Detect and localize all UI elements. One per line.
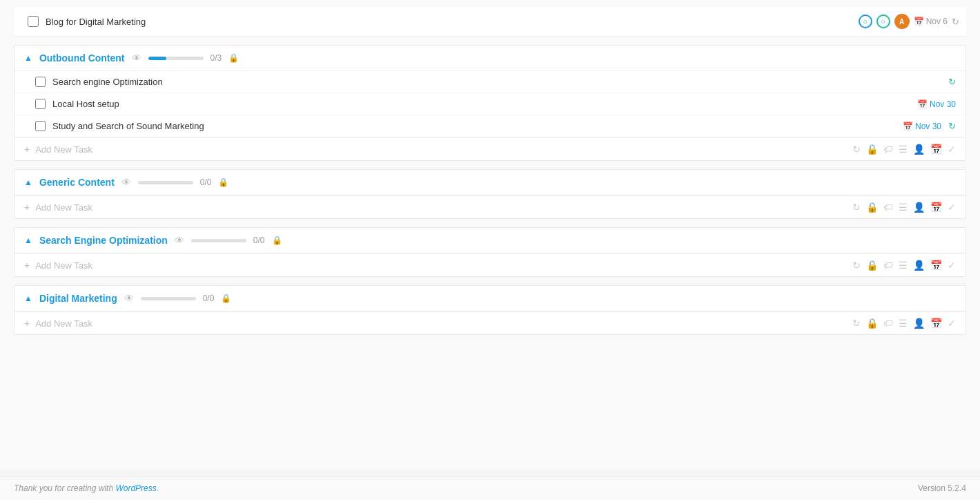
task-row-sound: Study and Search of Sound Marketing 📅 No… <box>14 115 966 137</box>
add-task-label-outbound: Add New Task <box>35 144 847 155</box>
circle-icon-2: ○ <box>876 15 890 28</box>
section-header-digital[interactable]: ▲ Digital Marketing 👁 0/0 🔒 <box>14 286 966 311</box>
footer: Thank you for creating with WordPress. V… <box>0 476 980 500</box>
action-refresh-outbound[interactable]: ↻ <box>852 144 861 155</box>
task-name-seo: Search engine Optimization <box>52 77 941 87</box>
task-checkbox-seo[interactable] <box>35 77 46 87</box>
add-plus-icon-generic: + <box>24 202 30 213</box>
add-task-label-digital: Add New Task <box>35 318 847 329</box>
progress-text-digital: 0/0 <box>203 294 215 303</box>
add-plus-icon-outbound: + <box>24 144 30 155</box>
toggle-search[interactable]: ▲ <box>24 235 32 245</box>
top-task-checkbox[interactable] <box>28 16 39 27</box>
progress-bar-generic <box>138 181 193 184</box>
action-person-generic[interactable]: 👤 <box>913 202 925 213</box>
action-list-outbound[interactable]: ☰ <box>899 144 908 155</box>
action-person-search[interactable]: 👤 <box>913 260 925 271</box>
top-task-name: Blog for Digital Marketing <box>46 17 852 27</box>
action-calendar-generic[interactable]: 📅 <box>930 202 942 213</box>
eye-icon-generic[interactable]: 👁 <box>121 177 131 188</box>
date-localhost: 📅 Nov 30 <box>917 99 956 109</box>
avatar-icon: A <box>894 14 910 29</box>
action-tag-outbound[interactable]: 🏷 <box>883 144 893 155</box>
add-task-row-search[interactable]: + Add New Task ↻ 🔒 🏷 ☰ 👤 📅 ✓ <box>14 253 966 276</box>
progress-bar-search <box>191 239 246 242</box>
add-task-row-digital[interactable]: + Add New Task ↻ 🔒 🏷 ☰ 👤 📅 ✓ <box>14 311 966 334</box>
section-outbound-content: ▲ Outbound Content 👁 0/3 🔒 Search engine… <box>14 45 966 161</box>
progress-text-generic: 0/0 <box>200 177 212 187</box>
add-task-row-outbound[interactable]: + Add New Task ↻ 🔒 🏷 ☰ 👤 📅 ✓ <box>14 137 966 160</box>
cal-icon-localhost: 📅 <box>917 99 928 109</box>
action-calendar-search[interactable]: 📅 <box>930 260 942 271</box>
cal-icon-sound: 📅 <box>903 122 913 131</box>
task-row-localhost: Local Host setup 📅 Nov 30 <box>14 93 966 115</box>
section-header-generic[interactable]: ▲ Generic Content 👁 0/0 🔒 <box>14 170 966 195</box>
eye-icon-outbound[interactable]: 👁 <box>132 52 141 64</box>
refresh-icon-seo[interactable]: ↻ <box>948 77 956 87</box>
section-search-engine: ▲ Search Engine Optimization 👁 0/0 🔒 + A… <box>14 227 966 277</box>
progress-fill-outbound <box>148 57 166 60</box>
refresh-icon-top[interactable]: ↻ <box>952 17 959 27</box>
top-task-row: Blog for Digital Marketing ○ ○ A 📅 Nov 6… <box>14 7 966 37</box>
action-person-outbound[interactable]: 👤 <box>913 144 925 155</box>
lock-icon-generic[interactable]: 🔒 <box>218 177 228 187</box>
action-list-generic[interactable]: ☰ <box>899 202 908 213</box>
toggle-digital[interactable]: ▲ <box>24 294 32 303</box>
top-task-date: 📅 Nov 6 <box>914 17 948 26</box>
action-lock-search[interactable]: 🔒 <box>866 260 878 271</box>
action-tag-generic[interactable]: 🏷 <box>883 202 893 213</box>
toggle-generic[interactable]: ▲ <box>24 177 32 187</box>
section-header-search[interactable]: ▲ Search Engine Optimization 👁 0/0 🔒 <box>14 228 966 253</box>
top-task-icons: ○ ○ A 📅 Nov 6 ↻ <box>859 14 959 29</box>
add-plus-icon-search: + <box>24 260 30 271</box>
action-lock-generic[interactable]: 🔒 <box>866 202 878 213</box>
progress-text-outbound: 0/3 <box>210 53 222 63</box>
add-plus-icon-digital: + <box>24 318 30 329</box>
add-task-row-generic[interactable]: + Add New Task ↻ 🔒 🏷 ☰ 👤 📅 ✓ <box>14 195 966 218</box>
action-calendar-outbound[interactable]: 📅 <box>930 144 942 155</box>
section-header-outbound[interactable]: ▲ Outbound Content 👁 0/3 🔒 <box>14 46 966 71</box>
progress-bar-outbound <box>148 57 204 60</box>
action-lock-digital[interactable]: 🔒 <box>866 318 878 329</box>
action-check-digital[interactable]: ✓ <box>948 318 956 329</box>
action-calendar-digital[interactable]: 📅 <box>930 318 942 329</box>
calendar-icon-top: 📅 <box>914 17 924 26</box>
task-checkbox-sound[interactable] <box>35 121 46 131</box>
section-digital-marketing: ▲ Digital Marketing 👁 0/0 🔒 + Add New Ta… <box>14 285 966 335</box>
add-task-actions-generic: ↻ 🔒 🏷 ☰ 👤 📅 ✓ <box>852 202 956 213</box>
footer-left: Thank you for creating with WordPress. <box>14 483 159 493</box>
action-tag-digital[interactable]: 🏷 <box>883 318 893 329</box>
action-lock-outbound[interactable]: 🔒 <box>866 144 878 155</box>
action-check-outbound[interactable]: ✓ <box>948 144 956 155</box>
date-sound: 📅 Nov 30 <box>903 122 941 131</box>
add-task-label-generic: Add New Task <box>35 202 847 213</box>
add-task-label-search: Add New Task <box>35 260 847 271</box>
section-title-digital: Digital Marketing <box>39 293 117 304</box>
toggle-outbound[interactable]: ▲ <box>24 53 32 63</box>
action-refresh-generic[interactable]: ↻ <box>852 202 861 213</box>
action-list-search[interactable]: ☰ <box>899 260 908 271</box>
action-check-generic[interactable]: ✓ <box>948 202 956 213</box>
section-title-generic: Generic Content <box>39 177 115 188</box>
action-check-search[interactable]: ✓ <box>948 260 956 271</box>
action-refresh-digital[interactable]: ↻ <box>852 318 861 329</box>
lock-icon-search[interactable]: 🔒 <box>272 235 282 245</box>
action-refresh-search[interactable]: ↻ <box>852 260 861 271</box>
eye-icon-search[interactable]: 👁 <box>175 235 184 246</box>
add-task-actions-outbound: ↻ 🔒 🏷 ☰ 👤 📅 ✓ <box>852 144 956 155</box>
lock-icon-digital[interactable]: 🔒 <box>221 294 231 303</box>
lock-icon-outbound[interactable]: 🔒 <box>228 53 239 63</box>
section-generic-content: ▲ Generic Content 👁 0/0 🔒 + Add New Task… <box>14 169 966 219</box>
action-person-digital[interactable]: 👤 <box>913 318 925 329</box>
eye-icon-digital[interactable]: 👁 <box>124 293 134 304</box>
refresh-icon-sound[interactable]: ↻ <box>948 121 956 131</box>
circle-icon-1: ○ <box>859 15 872 28</box>
task-checkbox-localhost[interactable] <box>35 99 46 109</box>
footer-wp-link[interactable]: WordPress <box>115 483 156 493</box>
footer-version: Version 5.2.4 <box>918 483 966 493</box>
action-list-digital[interactable]: ☰ <box>899 318 908 329</box>
progress-text-search: 0/0 <box>253 235 265 245</box>
action-tag-search[interactable]: 🏷 <box>883 260 893 271</box>
task-row-seo: Search engine Optimization ↻ <box>14 71 966 93</box>
add-task-actions-search: ↻ 🔒 🏷 ☰ 👤 📅 ✓ <box>852 260 956 271</box>
